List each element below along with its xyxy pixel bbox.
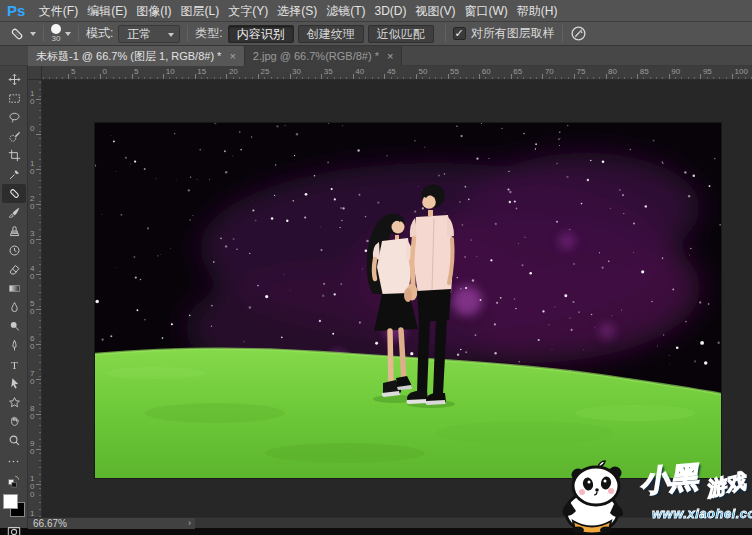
ruler-label: 30 [292,68,301,76]
tool-type[interactable]: T [0,355,28,374]
toolbar-overflow-button[interactable] [0,452,28,471]
ruler-tick [125,77,126,79]
zoom-level-input[interactable]: 66.67% [28,518,195,529]
ruler-vertical[interactable]: 1 001 02 03 04 05 06 07 08 09 01 0 01 1 … [28,80,42,517]
canvas-pasteboard[interactable] [42,80,752,517]
close-icon[interactable]: × [229,50,235,62]
ruler-tick [460,77,461,79]
tool-preset-picker[interactable] [8,26,36,42]
menu-3d[interactable]: 3D(D) [370,0,411,22]
canvas-area[interactable] [95,123,721,478]
ruler-tick [182,77,183,79]
menu-type[interactable]: 文字(Y) [224,0,273,22]
close-icon[interactable]: × [387,50,393,62]
ruler-tick [39,110,41,111]
tool-hand[interactable] [0,412,28,431]
status-menu-button[interactable]: › [188,518,191,529]
spot-healing-brush-icon [8,187,21,200]
ruler-label: 90 [671,68,680,76]
menu-select[interactable]: 选择(S) [273,0,322,22]
ruler-tick [308,77,309,79]
ruler-tick [245,77,246,79]
tool-brush[interactable] [0,203,28,222]
menu-edit[interactable]: 编辑(E) [83,0,132,22]
ruler-tick [290,74,291,79]
menu-image[interactable]: 图像(I) [132,0,176,22]
tool-dodge[interactable] [0,317,28,336]
type-proximity-match-button[interactable]: 近似匹配 [368,25,434,43]
ruler-tick [214,77,215,79]
sample-all-layers-checkbox[interactable]: ✓ [453,27,466,40]
ruler-tick [39,229,41,230]
tool-pen[interactable] [0,336,28,355]
tool-clone-stamp[interactable] [0,222,28,241]
tool-path-selection[interactable] [0,374,28,393]
tool-eyedropper[interactable] [0,165,28,184]
tool-quick-selection[interactable] [0,127,28,146]
quick-mask-button[interactable] [0,522,28,535]
tool-lasso[interactable] [0,108,28,127]
ruler-tick [555,77,556,79]
tool-move[interactable] [0,70,28,89]
ruler-tick [353,74,354,79]
menu-window[interactable]: 窗口(W) [460,0,512,22]
ruler-tick [435,77,436,79]
type-icon: T [8,358,21,371]
ruler-tick [39,481,41,482]
canvas-image[interactable] [95,123,721,478]
tool-custom-shape[interactable] [0,393,28,412]
tool-spot-healing-brush[interactable] [2,184,26,203]
tool-rectangular-marquee[interactable] [0,89,28,108]
ruler-tick [39,432,41,433]
tool-gradient[interactable] [0,279,28,298]
brush-icon [8,206,21,219]
menu-filter[interactable]: 滤镜(T) [322,0,370,22]
tool-history-brush[interactable] [0,241,28,260]
brush-size-picker[interactable]: 30 [51,24,71,43]
ruler-tick [39,439,41,440]
ruler-tick [277,77,278,79]
tab-untitled-1[interactable]: 未标题-1 @ 66.7% (图层 1, RGB/8#) * × [28,46,245,66]
tablet-pressure-button[interactable] [570,25,587,42]
ruler-label: 40 [355,68,364,76]
ruler-tick [169,77,170,79]
menu-layer[interactable]: 图层(L) [176,0,224,22]
tool-eraser[interactable] [0,260,28,279]
chevron-down-icon [65,32,71,36]
ruler-tick [561,77,562,79]
ruler-tick [39,152,41,153]
spot-healing-brush-icon [8,26,26,42]
ruler-tick [36,99,41,100]
type-content-aware-button[interactable]: 内容识别 [228,25,294,43]
ruler-tick [39,166,41,167]
tool-crop[interactable] [0,146,28,165]
ruler-label: 3 0 [30,230,34,246]
menu-help[interactable]: 帮助(H) [512,0,562,22]
tab-2jpg[interactable]: 2.jpg @ 66.7%(RGB/8#) * × [245,46,403,66]
ruler-label: 6 0 [30,335,34,351]
quick-selection-icon [8,130,21,143]
ruler-tick [39,467,41,468]
eyedropper-icon [8,168,21,181]
foreground-color[interactable] [3,494,18,509]
ruler-label: 50 [419,68,428,76]
menu-view[interactable]: 视图(V) [411,0,460,22]
type-label: 类型: [195,25,222,42]
tool-blur[interactable] [0,298,28,317]
mode-select[interactable]: 正常 [118,25,180,43]
tool-zoom[interactable] [0,431,28,450]
ruler-tick [372,77,373,79]
photoshop-window: Ps 文件(F) 编辑(E) 图像(I) 图层(L) 文字(Y) 选择(S) 滤… [0,0,752,535]
ruler-tick [36,169,41,170]
ruler-tick [68,74,69,79]
menu-file[interactable]: 文件(F) [34,0,82,22]
ruler-tick [302,77,303,79]
ruler-tick [39,96,41,97]
ruler-horizontal[interactable]: 5051015202530354045505560657075808590951… [28,66,752,80]
swap-colors-button[interactable] [0,471,28,490]
type-create-texture-button[interactable]: 创建纹理 [298,25,364,43]
separator [43,25,44,42]
ps-logo: Ps [7,2,25,19]
ruler-label: 0 [103,68,107,76]
ruler-tick [587,77,588,79]
